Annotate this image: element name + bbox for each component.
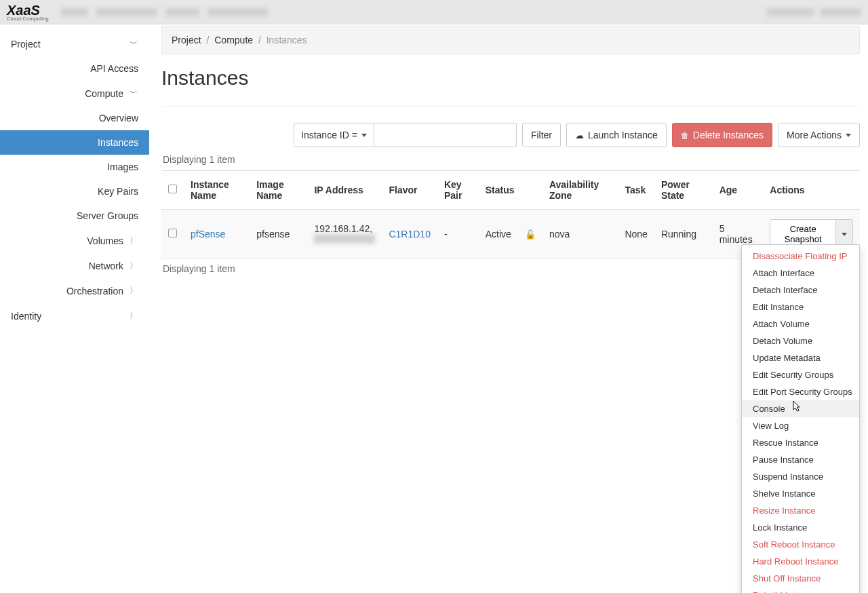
cell-key-pair: -: [437, 210, 479, 259]
col-power-state: Power State: [654, 171, 713, 210]
logo-subtext: Cloud Computing: [7, 16, 49, 22]
sidebar-item-api-access[interactable]: API Access: [0, 56, 149, 81]
sidebar-item-compute[interactable]: Compute ﹀: [0, 81, 149, 106]
sidebar-label-compute: Compute: [11, 88, 129, 99]
redacted: [165, 8, 199, 16]
instance-name-link[interactable]: pfSense: [191, 229, 225, 240]
chevron-right-icon: 〉: [129, 260, 138, 271]
main-content: Project / Compute / Instances Instances …: [149, 24, 868, 593]
col-age: Age: [713, 171, 764, 210]
sidebar-label-identity: Identity: [11, 311, 129, 322]
sidebar-item-key-pairs[interactable]: Key Pairs: [0, 179, 149, 204]
redacted: [766, 8, 814, 16]
dropdown-item-soft-reboot-instance[interactable]: Soft Reboot Instance: [742, 536, 859, 553]
cell-status: Active: [479, 210, 518, 259]
row-actions-dropdown: Disassociate Floating IPAttach Interface…: [741, 244, 860, 593]
page-title: Instances: [161, 66, 860, 90]
cell-image-name: pfsense: [250, 210, 307, 259]
flavor-link[interactable]: C1R1D10: [389, 229, 430, 240]
breadcrumb: Project / Compute / Instances: [161, 26, 860, 54]
sidebar-item-server-groups[interactable]: Server Groups: [0, 204, 149, 228]
caret-down-icon: [361, 134, 367, 137]
dropdown-item-rebuild-instance[interactable]: Rebuild Instance: [742, 587, 859, 593]
sidebar-label-api-access: API Access: [11, 63, 138, 74]
delete-button-label: Delete Instances: [693, 130, 764, 140]
table-header-row: Instance Name Image Name IP Address Flav…: [161, 171, 860, 210]
breadcrumb-sep: /: [206, 35, 209, 45]
sidebar-label-images: Images: [11, 161, 138, 172]
dropdown-item-view-log[interactable]: View Log: [742, 417, 859, 434]
col-instance-name: Instance Name: [184, 171, 250, 210]
col-actions: Actions: [763, 171, 860, 210]
delete-instances-button[interactable]: Delete Instances: [672, 123, 772, 147]
dropdown-item-edit-port-security-groups[interactable]: Edit Port Security Groups: [742, 383, 859, 400]
select-all-checkbox[interactable]: [168, 185, 177, 193]
dropdown-item-console[interactable]: Console: [742, 400, 859, 417]
unlock-icon: 🔓: [525, 229, 536, 240]
col-image-name: Image Name: [250, 171, 307, 210]
sidebar-item-images[interactable]: Images: [0, 155, 149, 179]
more-actions-button[interactable]: More Actions: [778, 123, 860, 147]
filter-type-select[interactable]: Instance ID =: [294, 123, 374, 147]
chevron-down-icon: ﹀: [129, 38, 138, 50]
sidebar-item-network[interactable]: Network 〉: [0, 253, 149, 278]
dropdown-item-attach-interface[interactable]: Attach Interface: [742, 265, 859, 282]
dropdown-item-lock-instance[interactable]: Lock Instance: [742, 519, 859, 536]
dropdown-item-pause-instance[interactable]: Pause Instance: [742, 451, 859, 468]
sidebar-label-network: Network: [11, 261, 129, 271]
dropdown-item-edit-instance[interactable]: Edit Instance: [742, 299, 859, 315]
sidebar-item-project[interactable]: Project ﹀: [0, 31, 149, 56]
toolbar: Instance ID = Filter Launch Instance Del…: [161, 106, 860, 147]
trash-icon: [681, 130, 689, 140]
dropdown-item-disassociate-floating-ip[interactable]: Disassociate Floating IP: [742, 248, 859, 265]
sidebar-label-overview: Overview: [11, 113, 138, 123]
sidebar: Project ﹀ API Access Compute ﹀ Overview …: [0, 24, 149, 593]
row-checkbox[interactable]: [168, 229, 177, 237]
logo: XaaS Cloud Computing: [7, 3, 49, 22]
chevron-right-icon: 〉: [129, 285, 138, 296]
more-actions-label: More Actions: [787, 130, 842, 140]
caret-down-icon: [842, 233, 847, 236]
cell-ip-address: 192.168.1.42,: [307, 210, 382, 259]
displaying-count-top: Displaying 1 item: [163, 154, 860, 165]
filter-button[interactable]: Filter: [522, 123, 561, 147]
dropdown-item-edit-security-groups[interactable]: Edit Security Groups: [742, 366, 859, 383]
redacted: [208, 8, 269, 16]
dropdown-item-rescue-instance[interactable]: Rescue Instance: [742, 434, 859, 451]
launch-instance-button[interactable]: Launch Instance: [566, 123, 667, 147]
sidebar-item-orchestration[interactable]: Orchestration 〉: [0, 278, 149, 303]
cell-task: None: [618, 210, 654, 259]
dropdown-item-shelve-instance[interactable]: Shelve Instance: [742, 485, 859, 502]
dropdown-item-detach-interface[interactable]: Detach Interface: [742, 282, 859, 299]
chevron-right-icon: 〉: [129, 310, 138, 322]
col-key-pair: Key Pair: [437, 171, 479, 210]
dropdown-item-update-metadata[interactable]: Update Metadata: [742, 349, 859, 366]
ip-line-1: 192.168.1.42,: [314, 223, 375, 234]
sidebar-label-server-groups: Server Groups: [11, 210, 138, 221]
topbar: XaaS Cloud Computing: [0, 0, 868, 24]
dropdown-item-resize-instance[interactable]: Resize Instance: [742, 502, 859, 519]
breadcrumb-project[interactable]: Project: [172, 35, 201, 45]
sidebar-label-instances: Instances: [11, 137, 138, 148]
sidebar-item-instances[interactable]: Instances: [0, 130, 149, 155]
chevron-right-icon: 〉: [129, 235, 138, 246]
filter-input[interactable]: [374, 123, 517, 147]
dropdown-item-shut-off-instance[interactable]: Shut Off Instance: [742, 570, 859, 587]
ip-redacted: [314, 234, 375, 244]
caret-down-icon: [846, 134, 851, 137]
cell-power-state: Running: [654, 210, 713, 259]
dropdown-item-detach-volume[interactable]: Detach Volume: [742, 332, 859, 349]
sidebar-label-key-pairs: Key Pairs: [11, 186, 138, 197]
sidebar-label-orchestration: Orchestration: [11, 286, 129, 296]
sidebar-item-overview[interactable]: Overview: [0, 106, 149, 130]
breadcrumb-compute[interactable]: Compute: [214, 35, 253, 45]
col-flavor: Flavor: [382, 171, 437, 210]
sidebar-label-project: Project: [11, 39, 129, 50]
redacted: [96, 8, 157, 16]
cell-availability-zone: nova: [542, 210, 618, 259]
sidebar-item-identity[interactable]: Identity 〉: [0, 303, 149, 328]
dropdown-item-suspend-instance[interactable]: Suspend Instance: [742, 468, 859, 485]
sidebar-item-volumes[interactable]: Volumes 〉: [0, 228, 149, 253]
dropdown-item-attach-volume[interactable]: Attach Volume: [742, 315, 859, 332]
dropdown-item-hard-reboot-instance[interactable]: Hard Reboot Instance: [742, 553, 859, 570]
